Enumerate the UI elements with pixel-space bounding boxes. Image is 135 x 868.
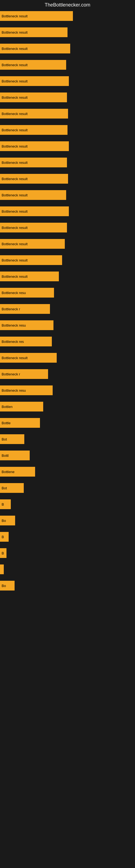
bar-6: Bottleneck result (0, 109, 68, 119)
bar-item-26: Bot (0, 434, 135, 451)
bar-35: Bo (0, 581, 14, 590)
bar-item-19: Bottleneck resu (0, 320, 135, 337)
bar-label-33: B (2, 551, 4, 555)
bar-item-4: Bottleneck result (0, 76, 135, 93)
bar-0: Bottleneck result (0, 11, 73, 21)
spacer-19 (0, 330, 135, 337)
spacer-18 (0, 314, 135, 320)
bar-24: Bottlen (0, 402, 43, 411)
bar-label-22: Bottleneck r (2, 372, 20, 376)
spacer-23 (0, 395, 135, 402)
bar-label-26: Bot (2, 437, 7, 441)
bar-5: Bottleneck result (0, 93, 67, 102)
bar-13: Bottleneck result (0, 223, 67, 232)
bar-item-21: Bottleneck result (0, 353, 135, 369)
bar-label-23: Bottleneck resu (2, 389, 26, 393)
bar-label-11: Bottleneck result (2, 193, 28, 197)
bar-label-21: Bottleneck result (2, 356, 28, 360)
bar-label-2: Bottleneck result (2, 46, 28, 51)
spacer-26 (0, 444, 135, 451)
bar-item-34 (0, 564, 135, 581)
bar-item-3: Bottleneck result (0, 60, 135, 76)
spacer-14 (0, 249, 135, 255)
bar-1: Bottleneck result (0, 27, 68, 37)
spacer-33 (0, 558, 135, 564)
spacer-15 (0, 265, 135, 272)
bar-item-23: Bottleneck resu (0, 385, 135, 402)
bar-label-18: Bottleneck r (2, 307, 20, 311)
bar-2: Bottleneck result (0, 44, 70, 54)
bar-3: Bottleneck result (0, 60, 66, 70)
bar-label-8: Bottleneck result (2, 144, 28, 148)
bar-item-16: Bottleneck result (0, 272, 135, 288)
bar-23: Bottleneck resu (0, 385, 53, 395)
bar-item-11: Bottleneck result (0, 190, 135, 207)
bar-label-20: Bottleneck res (2, 340, 24, 344)
spacer-10 (0, 184, 135, 190)
bar-item-32: B (0, 532, 135, 548)
bar-item-1: Bottleneck result (0, 27, 135, 44)
bar-label-4: Bottleneck result (2, 79, 28, 83)
bar-21: Bottleneck result (0, 353, 57, 363)
bar-17: Bottleneck resu (0, 288, 54, 298)
bar-item-27: Bottl (0, 451, 135, 467)
bar-label-28: Bottlene (2, 470, 14, 474)
bar-item-35: Bo (0, 581, 135, 597)
spacer-2 (0, 54, 135, 60)
bar-26: Bot (0, 434, 24, 444)
bar-item-5: Bottleneck result (0, 93, 135, 109)
bar-label-6: Bottleneck result (2, 112, 28, 116)
bar-item-0: Bottleneck result (0, 11, 135, 27)
bar-4: Bottleneck result (0, 76, 69, 86)
spacer-9 (0, 167, 135, 174)
bars-container: Bottleneck resultBottleneck resultBottle… (0, 11, 135, 597)
bar-item-29: Bot (0, 483, 135, 499)
bar-30: B (0, 499, 11, 509)
bar-item-24: Bottlen (0, 402, 135, 418)
spacer-31 (0, 525, 135, 532)
spacer-35 (0, 590, 135, 597)
bar-label-27: Bottl (2, 454, 9, 458)
bar-label-25: Bottle (2, 421, 10, 425)
bar-label-24: Bottlen (2, 405, 12, 409)
bar-label-5: Bottleneck result (2, 95, 28, 99)
bar-label-14: Bottleneck result (2, 242, 28, 246)
bar-label-9: Bottleneck result (2, 161, 28, 165)
bar-20: Bottleneck res (0, 337, 52, 346)
spacer-24 (0, 411, 135, 418)
bar-item-7: Bottleneck result (0, 125, 135, 141)
bar-18: Bottleneck r (0, 304, 50, 314)
bar-item-12: Bottleneck result (0, 207, 135, 223)
bar-label-10: Bottleneck result (2, 177, 28, 181)
bar-item-9: Bottleneck result (0, 158, 135, 174)
spacer-28 (0, 476, 135, 483)
spacer-4 (0, 86, 135, 93)
bar-item-20: Bottleneck res (0, 337, 135, 353)
spacer-3 (0, 70, 135, 76)
bar-item-33: B (0, 548, 135, 564)
bar-34 (0, 564, 4, 574)
bar-label-12: Bottleneck result (2, 209, 28, 214)
bar-25: Bottle (0, 418, 40, 428)
bar-16: Bottleneck result (0, 272, 59, 281)
bar-7: Bottleneck result (0, 125, 68, 135)
spacer-29 (0, 493, 135, 499)
spacer-5 (0, 102, 135, 109)
spacer-21 (0, 363, 135, 369)
bar-label-15: Bottleneck result (2, 258, 28, 262)
bar-item-25: Bottle (0, 418, 135, 434)
spacer-12 (0, 216, 135, 223)
spacer-1 (0, 37, 135, 44)
spacer-7 (0, 135, 135, 141)
bar-label-35: Bo (2, 584, 6, 588)
bar-label-0: Bottleneck result (2, 14, 28, 18)
bar-item-18: Bottleneck r (0, 304, 135, 320)
bar-item-13: Bottleneck result (0, 223, 135, 239)
spacer-22 (0, 379, 135, 385)
bar-15: Bottleneck result (0, 255, 62, 265)
bar-label-16: Bottleneck result (2, 275, 28, 279)
bar-label-17: Bottleneck resu (2, 291, 26, 295)
spacer-20 (0, 346, 135, 353)
bar-31: Bo (0, 516, 15, 525)
bar-item-14: Bottleneck result (0, 239, 135, 255)
